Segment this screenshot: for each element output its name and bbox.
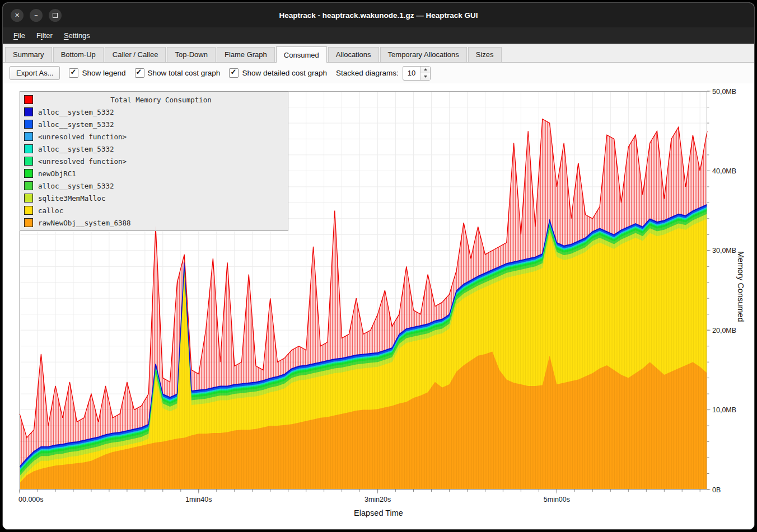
tab-temporary-allocations[interactable]: Temporary Allocations bbox=[380, 47, 467, 62]
spin-up-button[interactable] bbox=[420, 67, 430, 73]
legend-item: alloc__system_5332 bbox=[22, 143, 286, 155]
legend-swatch bbox=[24, 194, 33, 203]
menu-filter[interactable]: Filter bbox=[31, 30, 58, 41]
checkbox-label: Show detailed cost graph bbox=[242, 69, 327, 77]
heaptrack-window: ✕ − Heaptrack - heaptrack.wakunode.1.gz … bbox=[2, 2, 755, 530]
y-tick-label: 0B bbox=[712, 486, 721, 494]
spin-buttons bbox=[420, 67, 430, 80]
titlebar[interactable]: ✕ − Heaptrack - heaptrack.wakunode.1.gz … bbox=[3, 3, 754, 27]
minimize-button[interactable]: − bbox=[30, 9, 43, 22]
legend-item: alloc__system_5332 bbox=[22, 106, 286, 118]
legend-item: alloc__system_5332 bbox=[22, 180, 286, 192]
legend-swatch bbox=[24, 218, 33, 227]
window-controls: ✕ − bbox=[11, 3, 62, 27]
legend-item: <unresolved function> bbox=[22, 130, 286, 143]
stacked-diagrams-spinbox[interactable]: 10 bbox=[403, 66, 431, 81]
legend-swatch bbox=[24, 120, 33, 129]
export-as-button[interactable]: Export As... bbox=[10, 66, 60, 80]
spin-down-button[interactable] bbox=[420, 73, 430, 80]
checkbox-label: Show total cost graph bbox=[148, 69, 221, 77]
tab-bottom-up[interactable]: Bottom-Up bbox=[53, 47, 104, 62]
tab-sizes[interactable]: Sizes bbox=[468, 47, 502, 62]
x-tick-label: 5min00s bbox=[544, 496, 570, 503]
legend-label: alloc__system_5332 bbox=[38, 108, 114, 116]
chevron-up-icon bbox=[424, 68, 427, 70]
legend-label: rawNewObj__system_6388 bbox=[38, 219, 131, 227]
legend-title: Total Memory Consumption bbox=[38, 96, 284, 104]
x-tick-label: 00.000s bbox=[18, 496, 43, 503]
legend-swatch bbox=[24, 95, 33, 104]
stacked-diagrams-control: Stacked diagrams: 10 bbox=[336, 66, 431, 81]
chevron-down-icon bbox=[424, 76, 427, 78]
legend-swatch bbox=[24, 169, 33, 178]
legend-item: calloc bbox=[22, 204, 286, 216]
checkbox-show-total-cost-graph[interactable]: Show total cost graph bbox=[135, 68, 221, 78]
window-title: Heaptrack - heaptrack.wakunode.1.gz — He… bbox=[279, 11, 478, 20]
chart-region: Total Memory Consumptionalloc__system_53… bbox=[3, 83, 754, 529]
checkbox-box bbox=[135, 68, 144, 78]
close-icon: ✕ bbox=[15, 12, 20, 18]
checkbox-label: Show legend bbox=[82, 69, 125, 77]
menu-file[interactable]: File bbox=[8, 30, 30, 41]
legend-swatch bbox=[24, 132, 33, 141]
tab-top-down[interactable]: Top-Down bbox=[167, 47, 216, 62]
legend-label: sqlite3MemMalloc bbox=[38, 194, 105, 203]
x-tick-label: 3min20s bbox=[365, 496, 391, 503]
legend-label: alloc__system_5332 bbox=[38, 145, 114, 153]
legend-title-row: Total Memory Consumption bbox=[22, 93, 286, 106]
legend-item: sqlite3MemMalloc bbox=[22, 192, 286, 204]
maximize-button[interactable] bbox=[49, 9, 62, 22]
legend-label: <unresolved function> bbox=[38, 157, 127, 166]
minimize-icon: − bbox=[34, 12, 38, 18]
stacked-diagrams-label: Stacked diagrams: bbox=[336, 69, 399, 77]
x-axis-title: Elapsed Time bbox=[3, 509, 754, 517]
tab-flame-graph[interactable]: Flame Graph bbox=[217, 47, 275, 62]
tabbar: SummaryBottom-UpCaller / CalleeTop-DownF… bbox=[3, 44, 754, 63]
y-tick-label: 50,0MB bbox=[712, 88, 736, 96]
checkbox-show-legend[interactable]: Show legend bbox=[69, 68, 125, 78]
tab-summary[interactable]: Summary bbox=[5, 47, 52, 62]
menu-settings[interactable]: Settings bbox=[59, 30, 95, 41]
legend-label: newObjRC1 bbox=[38, 170, 76, 178]
y-tick-label: 40,0MB bbox=[712, 167, 736, 175]
legend-swatch bbox=[24, 107, 33, 116]
legend-item: newObjRC1 bbox=[22, 167, 286, 180]
x-tick-label: 1min40s bbox=[185, 496, 212, 503]
tab-allocations[interactable]: Allocations bbox=[328, 47, 379, 62]
legend-label: <unresolved function> bbox=[38, 133, 127, 141]
y-tick-label: 10,0MB bbox=[712, 406, 736, 414]
legend-item: rawNewObj__system_6388 bbox=[22, 216, 286, 229]
legend-label: alloc__system_5332 bbox=[38, 120, 114, 129]
y-axis-title: Memory Consumed bbox=[736, 251, 745, 322]
checkbox-box bbox=[69, 68, 78, 78]
legend-swatch bbox=[24, 206, 33, 215]
toolbar-checkboxes: Show legendShow total cost graphShow det… bbox=[69, 68, 327, 78]
maximize-icon bbox=[53, 13, 58, 18]
legend-item: <unresolved function> bbox=[22, 155, 286, 167]
legend-label: alloc__system_5332 bbox=[38, 182, 114, 190]
chart-legend: Total Memory Consumptionalloc__system_53… bbox=[20, 91, 288, 231]
y-tick-label: 30,0MB bbox=[712, 247, 736, 255]
checkbox-box bbox=[229, 68, 239, 78]
legend-swatch bbox=[24, 144, 33, 153]
legend-item: alloc__system_5332 bbox=[22, 118, 286, 130]
stacked-diagrams-value: 10 bbox=[403, 67, 420, 80]
legend-swatch bbox=[24, 157, 33, 166]
y-tick-label: 20,0MB bbox=[712, 327, 736, 335]
close-button[interactable]: ✕ bbox=[11, 9, 24, 22]
menubar: FileFilterSettings bbox=[3, 27, 754, 44]
legend-label: calloc bbox=[38, 206, 63, 215]
tab-consumed[interactable]: Consumed bbox=[276, 46, 327, 63]
tab-caller-callee[interactable]: Caller / Callee bbox=[105, 47, 166, 62]
checkbox-show-detailed-cost-graph[interactable]: Show detailed cost graph bbox=[229, 68, 327, 78]
toolbar: Export As... Show legendShow total cost … bbox=[3, 63, 754, 83]
legend-swatch bbox=[24, 181, 33, 190]
